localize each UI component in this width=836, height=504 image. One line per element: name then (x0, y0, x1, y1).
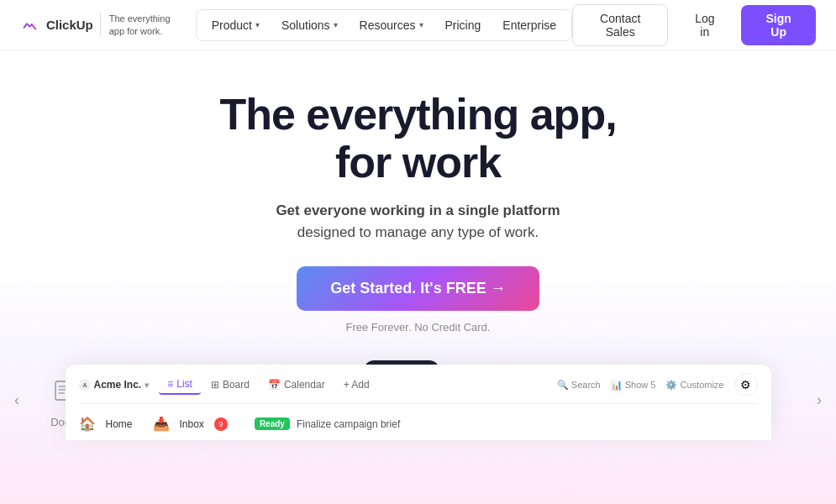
company-chevron: ▾ (145, 381, 149, 390)
show-action[interactable]: 📊 Show 5 (611, 380, 656, 391)
list-icon: ≡ (167, 378, 173, 390)
app-tab-actions: 🔍 Search 📊 Show 5 ⚙️ Customize (557, 380, 724, 391)
scroll-right-arrow[interactable]: › (809, 391, 829, 411)
nav-pricing[interactable]: Pricing (435, 13, 492, 37)
task-status-row: Ready Finalize campaign brief (255, 417, 400, 430)
chevron-down-icon: ▾ (334, 20, 338, 29)
inbox-badge: 9 (214, 417, 228, 431)
app-nav-tabs: ≡ List ⊞ Board 📅 Calendar + Add (159, 375, 547, 395)
nav-resources[interactable]: Resources ▾ (350, 13, 434, 37)
home-icon: 🏠 (79, 416, 96, 432)
customize-action[interactable]: ⚙️ Customize (665, 380, 723, 391)
login-button[interactable]: Log in (676, 5, 733, 45)
scroll-left-arrow[interactable]: ‹ (7, 391, 27, 411)
chevron-down-icon: ▾ (419, 20, 423, 29)
settings-button[interactable]: ⚙ (734, 373, 758, 396)
app-tab-calendar[interactable]: 📅 Calendar (260, 375, 334, 395)
task-name: Finalize campaign brief (297, 418, 400, 430)
logo[interactable]: ClickUp The everything app for work. (20, 12, 176, 39)
app-tab-board[interactable]: ⊞ Board (202, 375, 258, 395)
status-badge: Ready (255, 417, 290, 430)
app-tab-add[interactable]: + Add (335, 375, 378, 395)
app-company-name[interactable]: A Acme Inc. ▾ (79, 379, 150, 391)
app-topbar: A Acme Inc. ▾ ≡ List ⊞ Board (79, 373, 758, 404)
cta-button[interactable]: Get Started. It's FREE → (297, 266, 539, 311)
logo-tagline: The everything app for work. (100, 13, 176, 37)
nav-right: Contact Sales Log in Sign Up (572, 4, 816, 46)
signup-button[interactable]: Sign Up (741, 5, 816, 45)
app-preview: A Acme Inc. ▾ ≡ List ⊞ Board (66, 365, 771, 440)
app-rows: 🏠 Home 📥 Inbox 9 Ready Finalize campaign… (79, 412, 758, 435)
nav-links: Product ▾ Solutions ▾ Resources ▾ Pricin… (196, 9, 572, 41)
hero-section: The everything app, for work Get everyon… (0, 50, 836, 440)
contact-sales-button[interactable]: Contact Sales (572, 4, 668, 46)
inbox-icon: 📥 (153, 416, 170, 432)
svg-text:A: A (82, 382, 87, 388)
nav-solutions[interactable]: Solutions ▾ (271, 13, 348, 37)
app-row-home[interactable]: 🏠 Home (79, 412, 133, 435)
svg-rect-0 (20, 15, 39, 34)
navbar: ClickUp The everything app for work. Pro… (0, 0, 836, 50)
app-row-inbox[interactable]: 📥 Inbox 9 (153, 412, 228, 435)
logo-text: ClickUp (46, 18, 93, 32)
hero-note: Free Forever. No Credit Card. (346, 321, 491, 333)
chevron-down-icon: ▾ (255, 20, 260, 29)
nav-enterprise[interactable]: Enterprise (492, 13, 566, 37)
hero-subtitle: Get everyone working in a single platfor… (276, 200, 560, 243)
nav-product[interactable]: Product ▾ (202, 13, 270, 37)
calendar-icon: 📅 (268, 379, 281, 391)
search-action[interactable]: 🔍 Search (557, 380, 601, 391)
hero-title: The everything app, for work (219, 91, 616, 186)
app-tab-list[interactable]: ≡ List (159, 375, 201, 395)
board-icon: ⊞ (211, 379, 219, 391)
